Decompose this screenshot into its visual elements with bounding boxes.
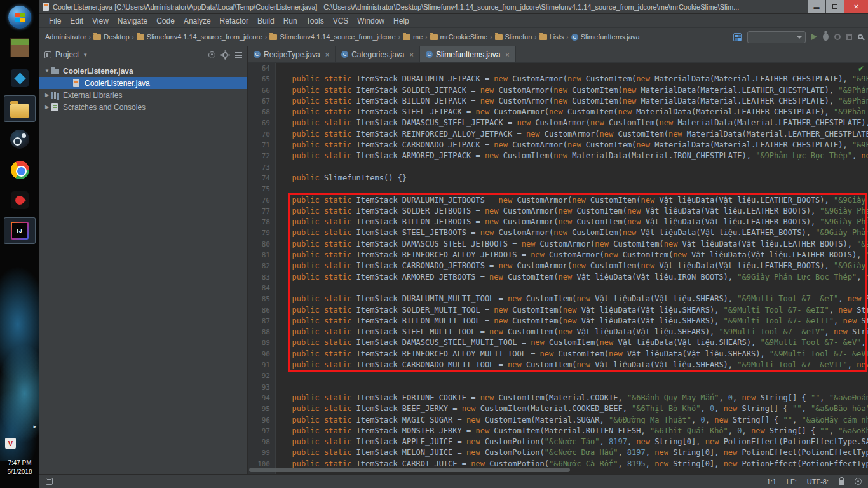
taskbar-minecraft-icon[interactable] xyxy=(4,34,36,61)
breadcrumb-item[interactable]: Slimefun xyxy=(494,33,533,41)
chevron-down-icon[interactable]: ▼ xyxy=(83,52,88,58)
breadcrumb-item[interactable]: Slimefunv4.1.14_source_from_jdcore xyxy=(136,33,263,41)
breadcrumb-item[interactable]: mrCookieSlime xyxy=(430,33,489,41)
code-line-72[interactable]: public static ItemStack ARMORED_JETPACK … xyxy=(283,151,868,161)
tray-app-icon[interactable]: V xyxy=(5,438,16,449)
code-line-90[interactable]: public static ItemStack REINFORCED_ALLOY… xyxy=(283,349,868,360)
code-line-95[interactable]: public static ItemStack BEEF_JERKY = new… xyxy=(283,403,868,414)
code-line-74[interactable]: public SlimefunItems() {} xyxy=(283,173,868,184)
menu-vcs[interactable]: VCS xyxy=(329,17,353,25)
breadcrumb-item[interactable]: me xyxy=(402,33,423,41)
tree-down-arrow-icon[interactable]: ▼ xyxy=(43,68,51,74)
tree-item-external-libraries[interactable]: ▶External Libraries xyxy=(39,89,247,101)
editor-tab-slimefunitems.java[interactable]: CSlimefunItems.java× xyxy=(420,46,516,62)
tree-item-coolerlistener-java[interactable]: ▼CoolerListener.java xyxy=(39,65,247,77)
menu-build[interactable]: Build xyxy=(253,17,279,25)
menu-view[interactable]: View xyxy=(88,17,113,25)
toolwindow-toggle-icon[interactable] xyxy=(46,478,53,485)
line-separator-indicator[interactable]: LF: xyxy=(787,478,797,485)
code-view[interactable]: public static ItemStack DURALUMIN_JETPAC… xyxy=(276,63,868,474)
taskbar-clock[interactable]: 7:47 PM 5/1/2018 xyxy=(0,459,39,477)
code-line-98[interactable]: public static ItemStack APPLE_JUICE = ne… xyxy=(283,437,868,447)
stop-button[interactable] xyxy=(846,34,852,40)
code-line-93[interactable] xyxy=(283,382,868,393)
code-line-80[interactable]: public static ItemStack DAMASCUS_STEEL_J… xyxy=(283,239,868,250)
tree-item-scratches-and-consoles[interactable]: ▶Scratches and Consoles xyxy=(39,101,247,113)
close-tab-icon[interactable]: × xyxy=(505,51,509,58)
code-line-92[interactable] xyxy=(283,370,868,381)
debug-button[interactable] xyxy=(823,33,829,41)
search-everywhere-icon[interactable] xyxy=(858,34,863,39)
breadcrumb-item[interactable]: Desktop xyxy=(93,33,130,41)
coverage-button[interactable] xyxy=(834,34,841,40)
menu-window[interactable]: Window xyxy=(353,17,389,25)
menu-refactor[interactable]: Refactor xyxy=(215,17,253,25)
lock-icon[interactable] xyxy=(839,480,844,485)
breadcrumb-item[interactable]: Administrator xyxy=(44,33,87,41)
inspection-ok-icon[interactable]: ✔ xyxy=(858,64,864,73)
menu-file[interactable]: File xyxy=(44,17,65,25)
code-line-83[interactable]: public static ItemStack ARMORED_JETBOOTS… xyxy=(283,272,868,283)
tray-expand-icon[interactable]: ▸ xyxy=(33,423,36,430)
taskbar-explorer-icon[interactable] xyxy=(4,95,36,122)
code-line-88[interactable]: public static ItemStack STEEL_MULTI_TOOL… xyxy=(283,327,868,337)
code-line-81[interactable]: public static ItemStack REINFORCED_ALLOY… xyxy=(283,250,868,261)
code-line-66[interactable]: public static ItemStack SOLDER_JETPACK =… xyxy=(283,85,868,96)
menu-edit[interactable]: Edit xyxy=(65,17,88,25)
locate-file-icon[interactable] xyxy=(208,51,215,58)
tree-right-arrow-icon[interactable]: ▶ xyxy=(43,104,51,110)
code-line-91[interactable]: public static ItemStack CARBONADO_MULTI_… xyxy=(283,360,868,370)
taskbar-chrome-icon[interactable] xyxy=(4,156,36,183)
code-line-97[interactable]: public static ItemStack MONSTER_JERKY = … xyxy=(283,426,868,437)
code-line-87[interactable]: public static ItemStack BILLON_MULTI_TOO… xyxy=(283,316,868,327)
start-button[interactable] xyxy=(4,4,36,30)
breadcrumb-item[interactable]: CSlimefunItems.java xyxy=(571,33,641,41)
code-line-86[interactable]: public static ItemStack SOLDER_MULTI_TOO… xyxy=(283,305,868,316)
run-button[interactable] xyxy=(811,34,817,40)
code-line-76[interactable]: public static ItemStack DURALUMIN_JETBOO… xyxy=(283,195,868,206)
code-line-89[interactable]: public static ItemStack DAMASCUS_STEEL_M… xyxy=(283,337,868,348)
code-line-73[interactable] xyxy=(283,162,868,173)
code-line-65[interactable]: public static ItemStack DURALUMIN_JETPAC… xyxy=(283,74,868,85)
menu-run[interactable]: Run xyxy=(279,17,302,25)
tree-right-arrow-icon[interactable]: ▶ xyxy=(43,92,51,98)
minimize-button[interactable]: ▬ xyxy=(807,0,825,13)
code-line-96[interactable]: public static ItemStack MAGIC_SUGAR = ne… xyxy=(283,415,868,426)
code-line-94[interactable]: public static ItemStack FORTUNE_COOKIE =… xyxy=(283,393,868,403)
code-line-78[interactable]: public static ItemStack BILLON_JETBOOTS … xyxy=(283,217,868,227)
encoding-indicator[interactable]: UTF-8: xyxy=(807,478,829,485)
code-line-64[interactable] xyxy=(283,63,868,74)
code-line-68[interactable]: public static ItemStack STEEL_JETPACK = … xyxy=(283,107,868,118)
horizontal-scrollbar[interactable] xyxy=(249,468,867,473)
menu-analyze[interactable]: Analyze xyxy=(179,17,215,25)
code-editor[interactable]: 6465666768697071727374757677787980818283… xyxy=(248,63,868,474)
code-line-70[interactable]: public static ItemStack REINFORCED_ALLOY… xyxy=(283,129,868,140)
menu-help[interactable]: Help xyxy=(389,17,414,25)
code-line-69[interactable]: public static ItemStack DAMASCUS_STEEL_J… xyxy=(283,118,868,128)
code-line-85[interactable]: public static ItemStack DURALUMIN_MULTI_… xyxy=(283,294,868,304)
collapse-all-icon[interactable] xyxy=(235,52,242,53)
caret-position[interactable]: 1:1 xyxy=(767,478,776,485)
code-line-84[interactable] xyxy=(283,283,868,294)
code-line-79[interactable]: public static ItemStack STEEL_JETBOOTS =… xyxy=(283,227,868,238)
highlighting-level-icon[interactable] xyxy=(855,478,862,485)
close-tab-icon[interactable]: × xyxy=(410,51,414,58)
gear-icon[interactable] xyxy=(222,52,228,58)
scrollbar-thumb[interactable] xyxy=(249,468,570,472)
editor-tab-categories.java[interactable]: CCategories.java× xyxy=(336,46,420,62)
code-line-71[interactable]: public static ItemStack CARBONADO_JETPAC… xyxy=(283,140,868,151)
taskbar-steam-icon[interactable] xyxy=(4,126,36,152)
code-line-67[interactable]: public static ItemStack BILLON_JETPACK =… xyxy=(283,96,868,107)
breadcrumb-item[interactable]: Slimefunv4.1.14_source_from_jdcore xyxy=(269,33,396,41)
taskbar-garena-icon[interactable] xyxy=(4,187,36,214)
close-tab-icon[interactable]: × xyxy=(325,51,329,58)
editor-tab-recipetype.java[interactable]: CRecipeType.java× xyxy=(248,46,336,62)
menu-navigate[interactable]: Navigate xyxy=(113,17,152,25)
maximize-button[interactable] xyxy=(825,0,844,13)
run-configuration-select[interactable] xyxy=(747,31,806,43)
project-panel-title[interactable]: Project xyxy=(55,50,79,59)
taskbar-intellij-icon[interactable]: IJ xyxy=(4,217,36,244)
close-button[interactable]: ✕ xyxy=(844,0,868,13)
code-line-82[interactable]: public static ItemStack CARBONADO_JETBOO… xyxy=(283,261,868,271)
code-line-77[interactable]: public static ItemStack SOLDER_JETBOOTS … xyxy=(283,206,868,217)
